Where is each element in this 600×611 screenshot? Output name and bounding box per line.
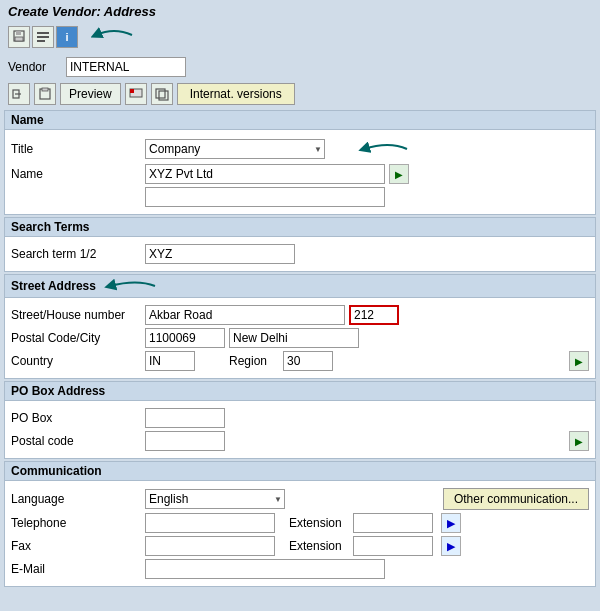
- telephone-label: Telephone: [11, 516, 141, 530]
- region-label: Region: [229, 354, 279, 368]
- title-dropdown[interactable]: Company: [145, 139, 325, 159]
- po-box-input[interactable]: [145, 408, 225, 428]
- fax-label: Fax: [11, 539, 141, 553]
- svg-rect-5: [37, 40, 45, 42]
- communication-content: Language English Other communication... …: [5, 481, 595, 586]
- po-box-section: PO Box Address PO Box Postal code ▶: [4, 381, 596, 459]
- telephone-input[interactable]: [145, 513, 275, 533]
- communication-section: Communication Language English Other com…: [4, 461, 596, 587]
- copy-icon[interactable]: [151, 83, 173, 105]
- info-icon[interactable]: i: [56, 26, 78, 48]
- po-nav-icon[interactable]: ▶: [569, 431, 589, 451]
- fax-nav-icon[interactable]: ▶: [441, 536, 461, 556]
- svg-rect-12: [156, 89, 165, 98]
- language-label: Language: [11, 492, 141, 506]
- street-label: Street/House number: [11, 308, 141, 322]
- country-row: Country Region ▶: [11, 351, 589, 371]
- toolbar: i: [0, 21, 600, 54]
- po-box-label: PO Box: [11, 411, 141, 425]
- search-term-input[interactable]: [145, 244, 295, 264]
- language-dropdown[interactable]: English: [145, 489, 285, 509]
- search-terms-section: Search Terms Search term 1/2: [4, 217, 596, 272]
- communication-header: Communication: [5, 462, 595, 481]
- country-label: Country: [11, 354, 141, 368]
- action-bar: Preview Internat. versions: [0, 80, 600, 108]
- svg-rect-1: [16, 31, 21, 35]
- svg-rect-4: [37, 36, 49, 38]
- street-row: Street/House number: [11, 305, 589, 325]
- po-postal-row: Postal code ▶: [11, 431, 589, 451]
- telephone-extension-input[interactable]: [353, 513, 433, 533]
- title-dropdown-wrapper: Company: [145, 139, 325, 159]
- preview-button[interactable]: Preview: [60, 83, 121, 105]
- search-term-label: Search term 1/2: [11, 247, 141, 261]
- find-icon[interactable]: [32, 26, 54, 48]
- street-address-content: Street/House number Postal Code/City Cou…: [5, 298, 595, 378]
- svg-rect-11: [130, 89, 134, 93]
- clipboard-icon[interactable]: [34, 83, 56, 105]
- vendor-input[interactable]: [66, 57, 186, 77]
- email-input[interactable]: [145, 559, 385, 579]
- country-input[interactable]: [145, 351, 195, 371]
- title-label: Title: [11, 142, 141, 156]
- street-input[interactable]: [145, 305, 345, 325]
- vendor-row: Vendor: [0, 54, 600, 80]
- po-box-row: PO Box: [11, 408, 589, 428]
- svg-rect-9: [42, 88, 48, 91]
- language-row: Language English Other communication...: [11, 488, 589, 510]
- vendor-label: Vendor: [8, 60, 58, 74]
- po-postal-label: Postal code: [11, 434, 141, 448]
- name-label: Name: [11, 167, 141, 181]
- region-input[interactable]: [283, 351, 333, 371]
- po-box-header: PO Box Address: [5, 382, 595, 401]
- postal-row: Postal Code/City: [11, 328, 589, 348]
- name-section-content: Title Company Name: [5, 130, 595, 214]
- extension-label: Extension: [289, 516, 349, 530]
- fax-input[interactable]: [145, 536, 275, 556]
- language-dropdown-wrapper: English: [145, 489, 285, 509]
- telephone-row: Telephone Extension ▶: [11, 513, 589, 533]
- postal-label: Postal Code/City: [11, 331, 141, 345]
- po-box-content: PO Box Postal code ▶: [5, 401, 595, 458]
- email-label: E-Mail: [11, 562, 141, 576]
- fax-row: Fax Extension ▶: [11, 536, 589, 556]
- house-number-input[interactable]: [349, 305, 399, 325]
- page-title: Create Vendor: Address: [0, 0, 600, 21]
- po-postal-input[interactable]: [145, 431, 225, 451]
- city-input[interactable]: [229, 328, 359, 348]
- svg-rect-2: [15, 37, 23, 41]
- name-section-header: Name: [5, 111, 595, 130]
- search-term-row: Search term 1/2: [11, 244, 589, 264]
- email-row: E-Mail: [11, 559, 589, 579]
- name-row: Name ▶: [11, 164, 589, 184]
- telephone-nav-icon[interactable]: ▶: [441, 513, 461, 533]
- name-section: Name Title Company: [4, 110, 596, 215]
- intl-versions-button[interactable]: Internat. versions: [177, 83, 295, 105]
- name-nav-icon[interactable]: ▶: [389, 164, 409, 184]
- name2-row: [11, 187, 589, 207]
- name2-input[interactable]: [145, 187, 385, 207]
- svg-rect-13: [159, 91, 168, 100]
- search-terms-header: Search Terms: [5, 218, 595, 237]
- street-nav-icon[interactable]: ▶: [569, 351, 589, 371]
- name-input[interactable]: [145, 164, 385, 184]
- svg-rect-3: [37, 32, 49, 34]
- fax-extension-label: Extension: [289, 539, 349, 553]
- fax-extension-input[interactable]: [353, 536, 433, 556]
- search-terms-content: Search term 1/2: [5, 237, 595, 271]
- street-address-section: Street Address Street/House number Posta…: [4, 274, 596, 379]
- flag-icon[interactable]: [125, 83, 147, 105]
- toggle-icon[interactable]: [8, 83, 30, 105]
- other-communication-button[interactable]: Other communication...: [443, 488, 589, 510]
- save-icon[interactable]: [8, 26, 30, 48]
- postal-code-input[interactable]: [145, 328, 225, 348]
- title-row: Title Company: [11, 137, 589, 161]
- street-address-header: Street Address: [5, 275, 595, 298]
